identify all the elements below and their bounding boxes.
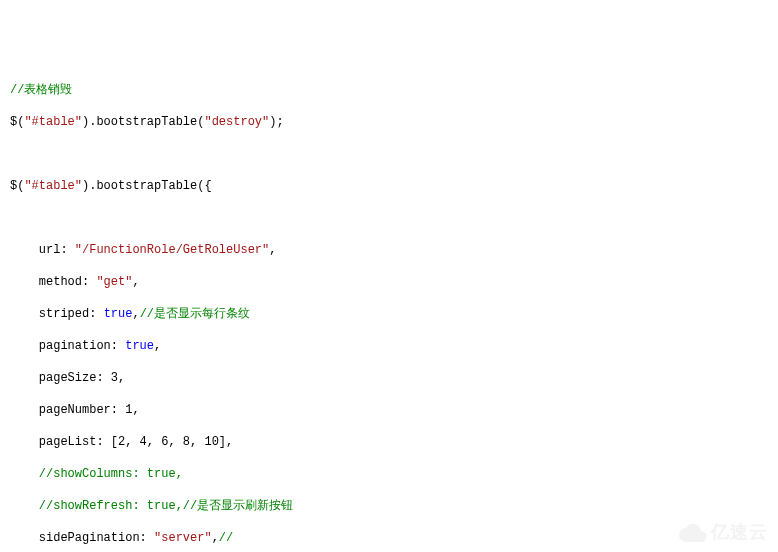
code-line: pageList: [2, 4, 6, 8, 10],: [10, 434, 778, 450]
code-line: pageNumber: 1,: [10, 402, 778, 418]
code-line: method: "get",: [10, 274, 778, 290]
blank-line: [10, 146, 778, 162]
code-block: //表格销毁 $("#table").bootstrapTable("destr…: [10, 66, 778, 552]
code-line: //showRefresh: true,//是否显示刷新按钮: [10, 498, 778, 514]
code-line: //表格销毁: [10, 82, 778, 98]
code-line: $("#table").bootstrapTable({: [10, 178, 778, 194]
code-line: sidePagination: "server",//: [10, 530, 778, 546]
code-line: pageSize: 3,: [10, 370, 778, 386]
code-line: $("#table").bootstrapTable("destroy");: [10, 114, 778, 130]
code-line: url: "/FunctionRole/GetRoleUser",: [10, 242, 778, 258]
code-line: striped: true,//是否显示每行条纹: [10, 306, 778, 322]
blank-line: [10, 210, 778, 226]
code-line: pagination: true,: [10, 338, 778, 354]
comment: //表格销毁: [10, 83, 72, 97]
code-line: //showColumns: true,: [10, 466, 778, 482]
